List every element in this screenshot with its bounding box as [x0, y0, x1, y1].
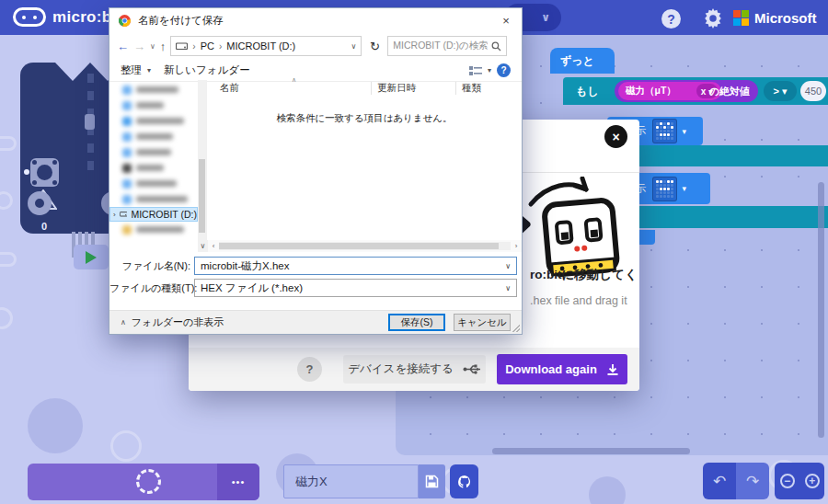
block-magnetic-force[interactable]: 磁力（μT） x ▾ [618, 82, 721, 100]
scroll-right-arrow[interactable]: › [511, 242, 522, 250]
cancel-button[interactable]: キャンセル [454, 314, 511, 331]
board-notch [55, 63, 90, 81]
microsoft-logo[interactable]: Microsoft [733, 10, 817, 26]
recent-locations-dropdown[interactable]: ∨ [150, 42, 155, 51]
microsoft-logo-text: Microsoft [754, 10, 817, 26]
button-a-cap [37, 165, 52, 180]
scroll-left-arrow[interactable]: ‹ [208, 242, 219, 250]
hide-folders-button[interactable]: ∧ フォルダーの非表示 [121, 315, 224, 329]
absolute-label: の絶対値 [709, 85, 750, 98]
microphone-led [24, 169, 29, 175]
column-date-modified[interactable]: 更新日時 [371, 82, 455, 95]
led-pattern-preview-2[interactable] [652, 177, 677, 201]
usb-icon [463, 363, 481, 375]
workspace-vertical-scrollbar[interactable] [818, 182, 824, 438]
view-options-icon[interactable] [469, 65, 482, 76]
download-icon [606, 363, 619, 376]
save-project-button[interactable] [419, 464, 445, 498]
breadcrumb-separator: › [219, 41, 222, 52]
empty-folder-message: 検索条件に一致する項目はありません。 [207, 112, 522, 125]
dialog-help-button[interactable]: ? [297, 357, 322, 382]
scrollbar-track[interactable] [219, 242, 511, 250]
decor-ring [0, 252, 17, 267]
led-highlight [85, 114, 95, 130]
search-placeholder: MICROBIT (D:)の検索 [393, 40, 488, 52]
led-pattern-preview-1[interactable] [652, 119, 677, 143]
view-dropdown-icon[interactable]: ▾ [488, 66, 491, 74]
github-button[interactable] [450, 464, 478, 498]
settings-gear-icon[interactable] [703, 8, 723, 29]
chevron-down-icon: ▾ [683, 184, 687, 193]
operator-dropdown[interactable]: > ▾ [764, 81, 797, 101]
download-again-button[interactable]: Download again [497, 354, 627, 384]
sidebar-blurred-tail[interactable] [109, 222, 198, 237]
block-if-arm[interactable] [607, 145, 828, 166]
dialog-title-bar[interactable]: 名前を付けて保存 × [109, 8, 522, 32]
refresh-button[interactable]: ↻ [366, 36, 383, 56]
sidebar-scrollbar[interactable] [198, 80, 206, 240]
sidebar-blurred-list[interactable] [109, 82, 198, 207]
drive-icon [120, 211, 128, 218]
microsoft-logo-icon [733, 10, 749, 26]
address-bar[interactable]: › PC › MICROBIT (D:) ∨ [170, 36, 362, 56]
zoom-group: − + [775, 463, 824, 499]
simulator-play-button[interactable] [74, 245, 109, 269]
sidebar-scroll-down-arrow[interactable]: ∨ [198, 240, 208, 252]
block-forever[interactable]: ずっと [550, 48, 615, 74]
file-list: 名前 更新日時 種類 ∧ 検索条件に一致する項目はありません。 [206, 80, 522, 252]
undo-button[interactable]: ↶ [703, 463, 736, 499]
connect-device-button[interactable]: デバイスを接続する [343, 355, 486, 384]
download-more-options[interactable]: ••• [217, 464, 259, 500]
zoom-out-button[interactable]: − [775, 463, 799, 499]
dialog-close-button[interactable]: × [604, 125, 627, 148]
chevron-down-icon[interactable]: ∨ [505, 262, 511, 270]
block-if[interactable]: もし 磁力（μT） x ▾ の絶対値 > ▾ 450 [563, 77, 828, 105]
breadcrumb-microbit-drive[interactable]: MICROBIT (D:) [226, 40, 295, 52]
pin-0-ring[interactable] [28, 191, 52, 215]
breadcrumb-separator: › [192, 41, 195, 52]
organize-button[interactable]: 整理 [121, 63, 142, 77]
microbit-logo[interactable]: micro:bit [13, 7, 121, 27]
new-folder-button[interactable]: 新しいフォルダー [164, 63, 250, 77]
value-input[interactable]: 450 [800, 81, 826, 101]
block-if-arm[interactable] [607, 206, 828, 228]
address-dropdown[interactable]: ∨ [351, 42, 357, 51]
connect-device-label: デバイスを接続する [348, 361, 454, 377]
magnetic-force-label: 磁力（μT） [626, 85, 676, 97]
save-button[interactable]: 保存(S) [388, 314, 445, 331]
filename-value: microbit-磁力X.hex [201, 259, 501, 273]
back-button[interactable]: ← [117, 40, 129, 53]
forward-button[interactable]: → [133, 40, 145, 53]
breadcrumb-pc[interactable]: PC [201, 40, 214, 52]
sidebar-scrollbar-thumb[interactable] [199, 159, 205, 233]
header-help-button[interactable]: ? [661, 9, 681, 29]
chevron-down-icon[interactable]: ∨ [505, 284, 511, 292]
dialog-close-button[interactable]: × [490, 8, 522, 32]
search-icon [491, 41, 501, 52]
block-absolute-value[interactable]: 磁力（μT） x ▾ の絶対値 [615, 80, 758, 102]
resize-grip[interactable] [512, 325, 520, 332]
sidebar-item-microbit-drive[interactable]: › MICROBIT (D:) [109, 207, 198, 222]
filetype-value: HEX ファイル (*.hex) [201, 281, 501, 295]
github-icon [457, 475, 472, 489]
download-button[interactable]: ••• [28, 464, 259, 500]
workspace-horizontal-scrollbar[interactable] [492, 448, 690, 454]
list-horizontal-scrollbar: ∨ ‹ › [198, 240, 522, 252]
project-name-input[interactable]: 磁力X [283, 464, 419, 498]
search-box[interactable]: MICROBIT (D:)の検索 [387, 36, 507, 56]
column-type[interactable]: 種類 [455, 82, 522, 95]
zoom-in-icon: + [805, 474, 820, 488]
redo-button[interactable]: ↷ [736, 463, 769, 499]
filetype-select[interactable]: HEX ファイル (*.hex) ∨ [194, 279, 517, 297]
button-screw [52, 160, 57, 165]
filename-input[interactable]: microbit-磁力X.hex ∨ [194, 257, 517, 275]
button-a[interactable] [30, 158, 59, 187]
scrollbar-thumb[interactable] [219, 243, 499, 249]
zoom-in-button[interactable]: + [799, 463, 824, 499]
transfer-instruction-en: .hex file and drag it [530, 294, 627, 307]
explorer-help-button[interactable]: ? [497, 63, 511, 77]
decor-blob [589, 476, 626, 504]
up-button[interactable]: ↑ [160, 40, 167, 53]
expand-arrow-icon[interactable]: › [113, 211, 116, 219]
column-name[interactable]: 名前 [207, 82, 371, 95]
